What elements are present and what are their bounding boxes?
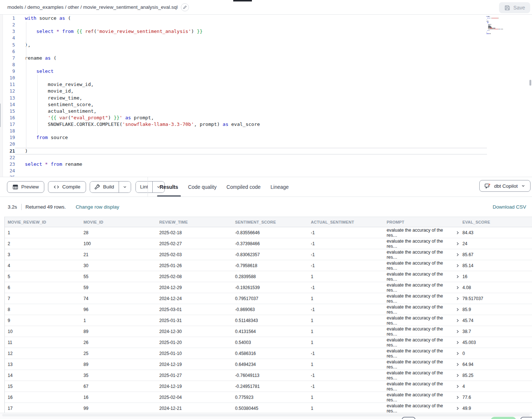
table-row[interactable]: 912025-01-310.511483431evaluate the accu… [5,315,532,326]
eval-score-cell: 84.43 [460,230,532,235]
partial-bottom-button[interactable] [520,417,532,419]
expand-chevron-icon[interactable] [456,286,460,289]
table-row[interactable]: 7742024-12-240.795170371evaluate the acc… [5,293,532,304]
table-header-cell[interactable]: ACTUAL_SENTIMENT [308,220,384,224]
code-line[interactable]: 14 sentiment_score, [0,101,532,108]
table-row[interactable]: 8962025-03-01-0.869063-1evaluate the acc… [5,304,532,315]
eval-score-cell: 85.67 [460,252,532,257]
expand-chevron-icon[interactable] [456,253,460,257]
results-table: MOVIE_REVIEW_IDMOVIE_IDREVIEW_TIMESENTIM… [4,217,532,414]
download-csv-link[interactable]: Download CSV [492,204,526,210]
table-cell: -0.19261539 [232,285,308,290]
table-row[interactable]: 21002025-02-27-0.37398466-1evaluate the … [5,238,532,249]
expand-chevron-icon[interactable] [456,308,460,311]
code-line[interactable]: 12 movie_id, [0,88,532,94]
breadcrumb[interactable]: models / demo_examples / other / movie_r… [7,3,189,11]
table-row[interactable]: 14352025-01-27-0.76049113-1evaluate the … [5,370,532,381]
code-line[interactable]: 13 review_time, [0,95,532,101]
code-line[interactable]: 1with source as ( [0,15,532,22]
expand-chevron-icon[interactable] [456,330,460,333]
compile-button[interactable]: Compile [48,181,86,193]
horizontal-scrollbar-track[interactable] [2,414,530,416]
code-line[interactable]: 25 [0,174,532,177]
tab-lineage[interactable]: Lineage [271,177,289,197]
code-line[interactable]: 20 [0,141,532,147]
table-header-cell[interactable]: REVIEW_TIME [156,220,232,224]
table-header-cell[interactable]: MOVIE_REVIEW_ID [5,220,81,224]
table-row[interactable]: 6592024-12-29-0.19261539-1evaluate the a… [5,282,532,293]
table-row[interactable]: 3212025-02-03-0.83062357-1evaluate the a… [5,249,532,260]
expand-chevron-icon[interactable] [456,319,460,322]
code-line[interactable]: 2 [0,22,532,28]
code-line[interactable]: 6 [0,48,532,55]
code-line-content: movie_review_id, [15,81,487,88]
code-line[interactable]: 10 [0,75,532,81]
expand-chevron-icon[interactable] [456,363,460,366]
table-row[interactable]: 10892024-12-300.41315641evaluate the acc… [5,326,532,337]
expand-chevron-icon[interactable] [456,264,460,268]
table-row[interactable]: 1282025-02-18-0.83556646-1evaluate the a… [5,227,532,238]
table-row[interactable]: 13892024-12-190.64942341evaluate the acc… [5,359,532,370]
preview-button[interactable]: Preview [7,181,44,193]
code-line[interactable]: 4 [0,35,532,41]
code-editor[interactable]: 1with source as (23 select * from {{ ref… [0,15,532,177]
table-row[interactable]: 12252025-01-100.4586316-1evaluate the ac… [5,348,532,359]
expand-chevron-icon[interactable] [456,297,460,300]
tab-compiled-code[interactable]: Compiled code [226,177,260,197]
table-row[interactable]: 17992024-12-210.503804451evaluate the ac… [5,403,532,414]
table-header-cell[interactable]: MOVIE_ID [81,220,156,224]
code-line[interactable]: 24 [0,168,532,174]
code-line[interactable]: 22 [0,154,532,161]
code-line[interactable]: 17 SNOWFLAKE.CORTEX.COMPLETE('snowflake-… [0,121,532,128]
table-row[interactable]: 15672024-12-19-0.24951781-1evaluate the … [5,381,532,392]
build-menu-button[interactable] [119,182,131,192]
table-header-cell[interactable]: SENTIMENT_SCORE [232,220,308,224]
line-number: 6 [0,48,15,55]
editor-minimap[interactable] [487,16,523,36]
change-row-display-link[interactable]: Change row display [76,204,119,210]
code-line[interactable]: 11 movie_review_id, [0,81,532,88]
code-line[interactable]: 19 from source [0,134,532,141]
code-line[interactable]: 9 select [0,68,532,75]
dbt-copilot-button[interactable]: dbt Copilot [479,180,531,192]
code-line[interactable]: 5), [0,42,532,48]
expand-chevron-icon[interactable] [456,231,460,235]
expand-chevron-icon[interactable] [456,275,460,278]
code-line[interactable]: 15 actual_sentiment, [0,108,532,115]
code-line[interactable]: 16 '{{ var("eval_prompt") }}' as prompt, [0,115,532,121]
expand-chevron-icon[interactable] [456,341,460,344]
eval-score-cell: 49.9 [460,406,532,411]
table-header-cell[interactable]: PROMPT [384,220,460,224]
code-line[interactable]: 23select * from rename [0,161,532,168]
edit-pencil-icon[interactable] [181,3,189,11]
table-cell: 9 [5,318,81,323]
build-button[interactable]: Build [90,182,119,192]
table-cell: 2025-03-01 [156,307,232,312]
save-button[interactable]: Save [499,2,530,13]
tab-results[interactable]: Results [160,177,178,197]
expand-chevron-icon[interactable] [456,352,460,355]
code-line[interactable]: 7rename as ( [0,55,532,61]
table-header-cell[interactable]: EVAL_SCORE [460,220,532,224]
lint-button[interactable]: Lint [136,182,153,192]
table-cell: 0.50380445 [232,406,308,411]
partial-bottom-button[interactable] [402,417,416,419]
code-line[interactable]: 18 [0,128,532,134]
code-line[interactable]: 21) [0,148,532,154]
code-line-content: with source as ( [15,15,487,22]
table-row[interactable]: 16162025-02-040.7759231evaluate the accu… [5,392,532,403]
line-number: 16 [0,115,15,121]
expand-chevron-icon[interactable] [456,385,460,388]
expand-chevron-icon[interactable] [456,374,460,377]
table-row[interactable]: 11262025-01-200.540031evaluate the accur… [5,337,532,348]
code-line[interactable]: 3 select * from {{ ref('movie_review_sen… [0,28,532,35]
editor-scrollbar-thumb[interactable] [529,80,531,86]
tab-code-quality[interactable]: Code quality [188,177,217,197]
code-line[interactable]: 8 [0,61,532,68]
table-row[interactable]: 4302025-01-26-0.7958618-1evaluate the ac… [5,260,532,271]
expand-chevron-icon[interactable] [456,396,460,399]
table-row[interactable]: 5552025-02-080.28395881evaluate the accu… [5,271,532,282]
expand-chevron-icon[interactable] [456,242,460,246]
prompt-cell: evaluate the accuracy of the res… [384,261,460,271]
expand-chevron-icon[interactable] [456,407,460,410]
